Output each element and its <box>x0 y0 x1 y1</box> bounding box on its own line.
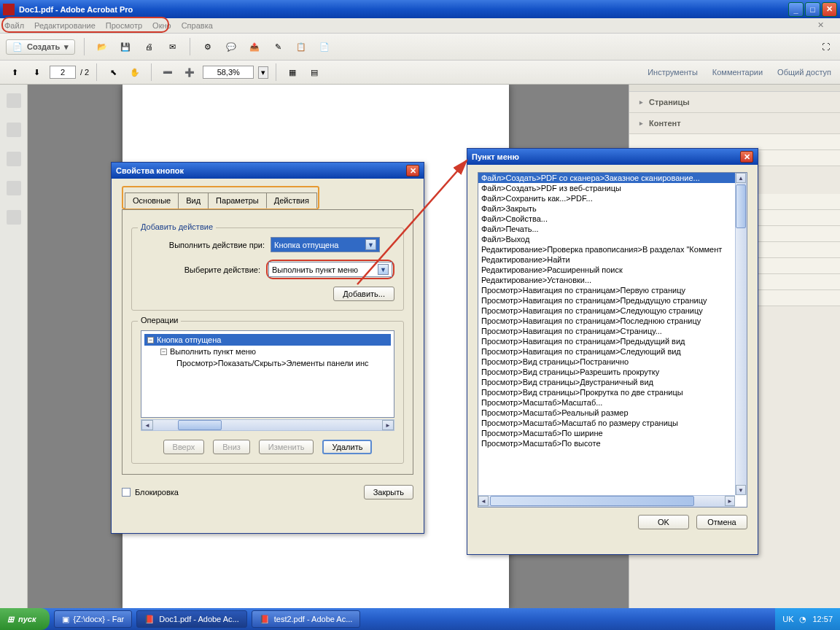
menu-list[interactable]: Файл>Создать>PDF со сканера>Заказное ска… <box>478 172 747 508</box>
save-icon[interactable]: 💾 <box>117 38 134 55</box>
h-scrollbar[interactable]: ◄ ► <box>478 495 735 507</box>
zoom-input[interactable]: 58,3% <box>203 66 254 79</box>
tab-view[interactable]: Вид <box>178 192 209 209</box>
stamp-icon[interactable]: 📋 <box>292 38 310 55</box>
close-button[interactable]: Закрыть <box>364 485 413 499</box>
layers-icon[interactable] <box>7 181 21 195</box>
fit-page-icon[interactable]: ▦ <box>284 63 301 81</box>
list-item[interactable]: Просмотр>Масштаб>По высоте <box>478 438 747 448</box>
tab-actions[interactable]: Действия <box>266 192 317 209</box>
panel-pages[interactable]: Страницы <box>629 92 840 113</box>
maximize-button[interactable]: □ <box>805 2 820 17</box>
system-tray[interactable]: UK ◔ 12:57 <box>775 608 840 630</box>
export-icon[interactable]: 📄 <box>316 38 333 55</box>
minimize-button[interactable]: _ <box>788 2 804 17</box>
scroll-thumb[interactable] <box>736 184 746 228</box>
page-input[interactable]: 2 <box>50 66 76 79</box>
scroll-up-icon[interactable]: ▲ <box>736 173 746 183</box>
list-item[interactable]: Редактирование>Расширенный поиск <box>478 265 747 275</box>
actions-tree[interactable]: −Кнопка отпущена −Выполнить пункт меню П… <box>141 330 394 418</box>
fit-width-icon[interactable]: ▤ <box>306 63 323 81</box>
menu-help[interactable]: Справка <box>182 21 213 30</box>
list-item[interactable]: Просмотр>Масштаб>Масштаб по размеру стра… <box>478 418 747 428</box>
list-item[interactable]: Файл>Выход <box>478 234 747 244</box>
sign-icon[interactable]: ✎ <box>269 38 287 55</box>
share-icon[interactable]: 📤 <box>246 38 263 55</box>
zoom-out-icon[interactable]: ➖ <box>159 63 176 81</box>
taskbar-item[interactable]: ▣{Z:\docx} - Far <box>54 610 133 628</box>
scroll-right-icon[interactable]: ► <box>725 496 735 506</box>
close-button[interactable]: ✕ <box>822 2 837 17</box>
list-item[interactable]: Файл>Сохранить как...>PDF... <box>478 193 747 203</box>
thumbnails-icon[interactable] <box>7 93 21 108</box>
up-button[interactable]: Вверх <box>163 440 205 454</box>
h-scrollbar[interactable]: ◄ ► <box>141 419 394 431</box>
down-button[interactable]: Вниз <box>213 440 250 454</box>
ok-button[interactable]: OK <box>638 515 689 529</box>
list-item[interactable]: Просмотр>Навигация по страницам>Первую с… <box>478 285 747 295</box>
expand-icon[interactable]: ⛶ <box>817 38 834 55</box>
panel-content[interactable]: Контент <box>629 113 840 134</box>
lang-indicator[interactable]: UK <box>782 615 793 623</box>
close-icon[interactable]: ✕ <box>740 151 753 163</box>
close-icon[interactable]: ✕ <box>406 165 419 176</box>
scroll-thumb[interactable] <box>490 496 694 506</box>
tree-item[interactable]: Просмотр>Показать/Скрыть>Элементы панели… <box>144 357 391 369</box>
list-item[interactable]: Просмотр>Масштаб>Масштаб... <box>478 397 747 408</box>
list-item[interactable]: Просмотр>Навигация по страницам>Следующи… <box>478 346 747 357</box>
create-button[interactable]: 📄 Создать ▾ <box>6 39 75 55</box>
attachments-icon[interactable] <box>7 152 21 166</box>
list-item[interactable]: Редактирование>Найти <box>478 254 747 265</box>
scroll-thumb[interactable] <box>178 420 222 430</box>
list-item[interactable]: Файл>Свойства... <box>478 214 747 224</box>
menu-file[interactable]: Файл <box>4 21 24 30</box>
zoom-in-icon[interactable]: ➕ <box>181 63 198 81</box>
list-item[interactable]: Просмотр>Масштаб>По ширине <box>478 428 747 438</box>
list-item[interactable]: Файл>Закрыть <box>478 203 747 214</box>
dialog-title[interactable]: Пункт меню ✕ <box>467 149 758 165</box>
list-item[interactable]: Файл>Создать>PDF из веб-страницы <box>478 183 747 193</box>
chevron-down-icon[interactable]: ▾ <box>258 66 268 79</box>
select-icon[interactable]: ⬉ <box>104 63 122 81</box>
list-item[interactable]: Просмотр>Вид страницы>Разрешить прокрутк… <box>478 367 747 377</box>
v-scrollbar[interactable]: ▲ ▼ <box>735 173 747 495</box>
taskbar-item[interactable]: 📕test2.pdf - Adobe Ac... <box>252 610 361 628</box>
tools-link[interactable]: Инструменты <box>648 68 698 77</box>
list-item[interactable]: Просмотр>Вид страницы>Прокрутка по две с… <box>478 387 747 397</box>
cancel-button[interactable]: Отмена <box>696 515 747 529</box>
taskbar-item[interactable]: 📕Doc1.pdf - Adobe Ac... <box>136 610 246 628</box>
scroll-left-icon[interactable]: ◄ <box>478 496 489 506</box>
scroll-down-icon[interactable]: ▼ <box>736 485 746 495</box>
trigger-combo[interactable]: Кнопка отпущена ▼ <box>271 237 380 252</box>
start-button[interactable]: ⊞ пуск <box>0 608 50 630</box>
add-button[interactable]: Добавить... <box>333 287 394 301</box>
list-item[interactable]: Файл>Создать>PDF со сканера>Заказное ска… <box>478 173 747 183</box>
comments-link[interactable]: Комментарии <box>712 68 763 77</box>
dialog-title[interactable]: Свойства кнопок ✕ <box>112 163 424 179</box>
doc-close-icon[interactable]: ✕ <box>817 20 824 30</box>
list-item[interactable]: Редактирование>Установки... <box>478 275 747 285</box>
menu-edit[interactable]: Редактирование <box>34 21 96 30</box>
list-item[interactable]: Файл>Печать... <box>478 224 747 234</box>
tray-icon[interactable]: ◔ <box>799 615 806 624</box>
list-item[interactable]: Просмотр>Навигация по страницам>Предыдущ… <box>478 336 747 346</box>
list-item[interactable]: Просмотр>Навигация по страницам>Следующу… <box>478 306 747 316</box>
scroll-right-icon[interactable]: ► <box>382 420 394 430</box>
delete-button[interactable]: Удалить <box>322 440 372 454</box>
list-item[interactable]: Просмотр>Навигация по страницам>Страницу… <box>478 326 747 336</box>
bookmarks-icon[interactable] <box>7 122 21 137</box>
comment-icon[interactable]: 💬 <box>222 38 240 55</box>
list-item[interactable]: Просмотр>Навигация по страницам>Предыдущ… <box>478 295 747 306</box>
page-down-icon[interactable]: ⬇ <box>28 63 45 81</box>
edit-button[interactable]: Изменить <box>259 440 314 454</box>
list-item[interactable]: Просмотр>Вид страницы>Двустраничный вид <box>478 377 747 387</box>
action-combo[interactable]: Выполнить пункт меню ▼ <box>268 262 392 277</box>
list-item[interactable]: Просмотр>Масштаб>Реальный размер <box>478 408 747 418</box>
mail-icon[interactable]: ✉ <box>163 38 181 55</box>
lock-checkbox[interactable] <box>122 488 131 497</box>
tab-main[interactable]: Основные <box>125 192 179 209</box>
share-link[interactable]: Общий доступ <box>777 68 831 77</box>
hand-icon[interactable]: ✋ <box>126 63 144 81</box>
list-item[interactable]: Просмотр>Вид страницы>Постранично <box>478 357 747 367</box>
scroll-left-icon[interactable]: ◄ <box>141 420 153 430</box>
